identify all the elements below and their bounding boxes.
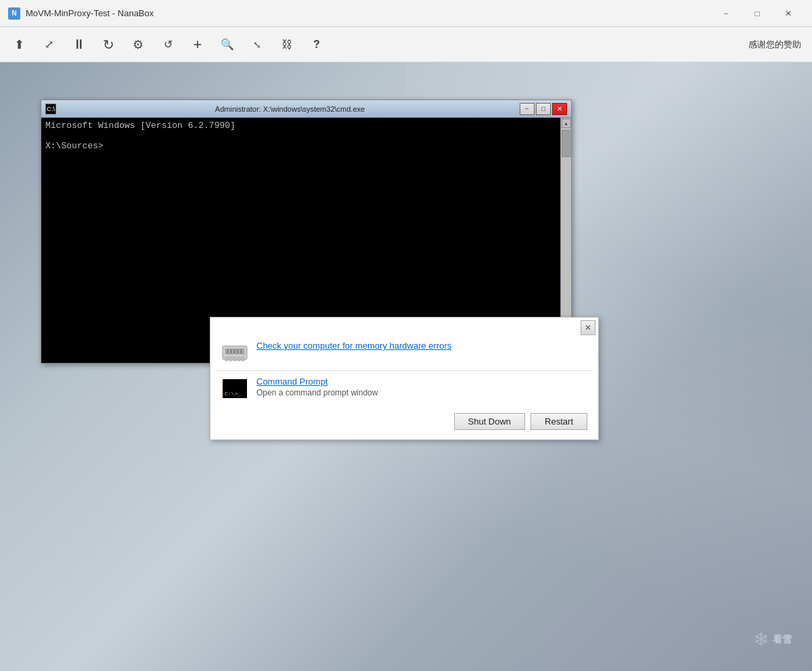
svg-rect-2: [227, 349, 229, 353]
cmd-small-icon: C:\>_: [223, 379, 247, 398]
svg-rect-5: [237, 349, 239, 353]
restart-button[interactable]: Restart: [531, 413, 587, 430]
cmd-title: Administrator: X:\windows\system32\cmd.e…: [60, 105, 520, 113]
app-icon: N: [8, 7, 20, 20]
cmd-line3: X:\Sources>: [45, 141, 556, 151]
cmd-scrollbar-thumb[interactable]: [562, 130, 572, 157]
help-button[interactable]: ?: [303, 31, 330, 58]
memory-check-title[interactable]: Check your computer for memory hardware …: [256, 341, 587, 351]
shutdown-button[interactable]: Shut Down: [454, 413, 526, 430]
close-button[interactable]: ✕: [773, 0, 804, 27]
refresh-button[interactable]: ↻: [95, 31, 122, 58]
pause-button[interactable]: ⏸: [65, 31, 92, 58]
command-prompt-item: C:\>_ Command Prompt Open a command prom…: [210, 371, 598, 406]
cmd-icon: C:\: [45, 104, 56, 114]
cmd-prompt-desc: Open a command prompt window: [256, 388, 587, 397]
cmd-prompt-content: Command Prompt Open a command prompt win…: [256, 376, 587, 397]
toolbar: ⬆ ⤢ ⏸ ↻ ⚙ ↺ + 🔍 ⤡ ⛓ ? 感谢您的赞助: [0, 27, 812, 62]
sync-button[interactable]: ↺: [154, 31, 181, 58]
recovery-close-row: ✕: [210, 318, 598, 335]
cmd-maximize-button[interactable]: □: [536, 103, 551, 115]
search-button[interactable]: 🔍: [214, 31, 241, 58]
cmd-titlebar: C:\ Administrator: X:\windows\system32\c…: [41, 100, 571, 118]
window-title: MoVM-MinProxy-Test - NanaBox: [26, 8, 710, 18]
svg-rect-11: [242, 357, 244, 361]
back-button[interactable]: ⬆: [5, 31, 32, 58]
link-button[interactable]: ⛓: [273, 31, 300, 58]
cmd-minimize-button[interactable]: −: [520, 103, 535, 115]
memory-icon: [221, 341, 248, 365]
cmd-line1: Microsoft Windows [Version 6.2.7990]: [45, 121, 556, 131]
svg-rect-10: [238, 357, 240, 361]
svg-rect-9: [233, 357, 236, 361]
svg-rect-8: [229, 357, 232, 361]
recovery-panel: ✕: [210, 317, 599, 440]
add-button[interactable]: +: [184, 31, 211, 58]
cmd-prompt-icon: C:\>_: [221, 376, 248, 401]
memory-check-item: Check your computer for memory hardware …: [210, 335, 598, 370]
nanabox-window: N MoVM-MinProxy-Test - NanaBox − □ ✕ ⬆ ⤢…: [0, 0, 812, 671]
svg-rect-6: [240, 349, 242, 353]
expand-button[interactable]: ⤢: [35, 31, 62, 58]
maximize-button[interactable]: □: [742, 0, 773, 27]
recovery-buttons: Shut Down Restart: [210, 406, 598, 439]
svg-rect-3: [230, 349, 232, 353]
cmd-prompt-title[interactable]: Command Prompt: [256, 376, 587, 387]
cmd-line2: [45, 131, 556, 141]
shrink-button[interactable]: ⤡: [244, 31, 271, 58]
sponsor-text: 感谢您的赞助: [748, 39, 807, 51]
title-bar: N MoVM-MinProxy-Test - NanaBox − □ ✕: [0, 0, 812, 27]
recovery-close-button[interactable]: ✕: [581, 320, 595, 335]
memory-check-content: Check your computer for memory hardware …: [256, 341, 587, 351]
watermark: ❄ 看雪: [753, 628, 792, 651]
settings-button[interactable]: ⚙: [125, 31, 152, 58]
window-controls: − □ ✕: [710, 0, 804, 27]
watermark-text: 看雪: [773, 634, 792, 646]
svg-rect-4: [233, 349, 235, 353]
svg-rect-7: [225, 357, 228, 361]
main-area: C:\ Administrator: X:\windows\system32\c…: [0, 62, 812, 671]
cmd-window-controls: − □ ✕: [520, 103, 567, 115]
cmd-close-button[interactable]: ✕: [552, 103, 567, 115]
minimize-button[interactable]: −: [710, 0, 742, 27]
